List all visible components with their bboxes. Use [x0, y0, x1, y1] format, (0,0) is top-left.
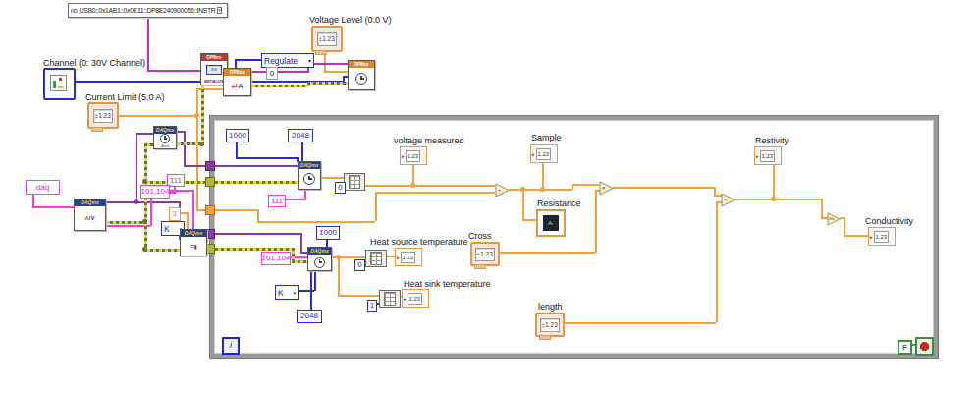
loop-condition-terminal[interactable]: [915, 337, 934, 356]
daqmx-timing-vi[interactable]: DAQmx Auto: [153, 126, 177, 149]
dp8xx-configure-vi[interactable]: DP8xx ⇄A: [223, 68, 251, 96]
channel-control-terminal[interactable]: [43, 68, 76, 100]
vi-header: DP8xx: [201, 54, 227, 61]
sample-indicator[interactable]: ▸1.23: [530, 144, 558, 163]
multiply-glyph: ×: [602, 185, 606, 191]
daqmx-read-thermo-vi[interactable]: DAQmx: [307, 247, 332, 271]
channels-101-104-inner-constant[interactable]: 101,104: [261, 252, 291, 265]
wire-junction: [520, 187, 525, 192]
resistance-label: Resistance: [537, 199, 581, 208]
tunnel-task-voltage[interactable]: [205, 161, 215, 171]
loop-iteration-terminal[interactable]: i: [222, 337, 240, 355]
index-array-node-heat-sink[interactable]: [379, 290, 401, 308]
input-arrow-icon: ▸: [870, 234, 873, 240]
vi-header: DP8xx: [224, 69, 250, 76]
false-constant[interactable]: F: [898, 340, 912, 355]
daqmx-read-voltage-vi[interactable]: DAQmx: [298, 161, 321, 190]
channels-101-104-constant[interactable]: 101,104: [140, 185, 170, 199]
wire: [773, 163, 775, 199]
terminal-nub: [315, 50, 327, 55]
channels-111-inner-constant[interactable]: 111: [268, 195, 286, 207]
wire: [215, 181, 298, 184]
zero-constant[interactable]: 0: [266, 67, 278, 80]
voltage-measured-indicator[interactable]: ▸1.23: [400, 146, 427, 165]
resistance-indicator[interactable]: A▪: [536, 209, 566, 237]
terminal-nub: [539, 335, 551, 340]
index-array-icon: [349, 175, 360, 189]
vi-header: DAQmx: [154, 127, 176, 134]
index-0-heat-source-constant[interactable]: 0: [354, 259, 365, 271]
tunnel-error-voltage[interactable]: [205, 177, 215, 187]
rate-1000-inner-constant[interactable]: 1000: [316, 226, 340, 240]
multiply-node[interactable]: ×: [599, 181, 614, 199]
current-limit-control[interactable]: ▴▾1.23: [87, 102, 119, 129]
dp8xx-output-vi[interactable]: DP8xx: [348, 60, 375, 90]
divide-node[interactable]: ÷: [495, 183, 510, 201]
visa-resource-text: USB0::0x1AB1::0x0E11::DP8E240900056::INS…: [80, 7, 216, 14]
create-channel-glyph: AIV: [75, 206, 105, 230]
wire: [175, 142, 202, 145]
conductivity-indicator[interactable]: ▸1.23: [868, 227, 896, 246]
wire: [104, 225, 150, 227]
increment-icon[interactable]: ▴▾: [542, 322, 544, 328]
wire: [496, 252, 595, 254]
vi-header: DAQmx: [299, 162, 320, 169]
rate-1000-constant[interactable]: 1000: [226, 129, 249, 142]
input-arrow-icon: ▸: [402, 153, 405, 159]
numeric-glyph: 1.23: [536, 148, 552, 160]
increment-icon[interactable]: ▴▾: [477, 252, 479, 257]
restivity-indicator[interactable]: ▸1.23: [754, 146, 782, 165]
increment-icon[interactable]: ▴▾: [95, 113, 97, 119]
regulate-enum-constant[interactable]: Regulate ▾: [261, 53, 314, 68]
dropdown-icon[interactable]: ▾: [217, 7, 222, 14]
index-array-node[interactable]: [344, 173, 365, 191]
numeric-glyph: 1.23: [401, 252, 416, 263]
labview-block-diagram: I/O USB0::0x1AB1::0x0E11::DP8E240900056:…: [0, 0, 980, 398]
wire: [104, 221, 144, 224]
k-label: K: [164, 224, 170, 234]
daq-device-constant[interactable]: daq: [26, 180, 60, 195]
cross-control[interactable]: ▴▾1.23: [470, 242, 500, 266]
index-0-constant[interactable]: 0: [335, 182, 346, 194]
wire: [184, 165, 205, 167]
restivity-label: Restivity: [755, 136, 789, 145]
samples-2048-inner-constant[interactable]: 2048: [297, 310, 322, 323]
index-array-icon: [384, 292, 396, 306]
numeric-glyph: 1.23: [98, 112, 111, 119]
thermocouple-glyph: ≈▮: [181, 237, 206, 256]
wire-junction: [142, 179, 147, 184]
chevron-down-icon[interactable]: ▾: [308, 57, 311, 64]
heat-sink-indicator[interactable]: ▸1.23: [402, 289, 429, 308]
wire: [215, 248, 293, 251]
length-control[interactable]: ▴▾1.23: [535, 313, 565, 337]
wire: [314, 269, 316, 291]
daqmx-create-channel-vi[interactable]: DAQmx AIV: [74, 199, 106, 231]
chevron-down-icon[interactable]: ▾: [293, 290, 296, 296]
io-icon: I/O: [71, 8, 78, 14]
index-1-heat-sink-constant[interactable]: 1: [367, 300, 377, 312]
vi-header: DAQmx: [308, 248, 331, 255]
wire: [522, 189, 524, 220]
visa-resource-constant[interactable]: I/O USB0::0x1AB1::0x0E11::DP8E240900056:…: [68, 3, 228, 18]
wire: [338, 256, 340, 297]
daqmx-thermocouple-vi[interactable]: DAQmx ≈▮: [180, 229, 207, 256]
heat-source-indicator[interactable]: ▸1.23: [395, 248, 422, 266]
samples-2048-constant[interactable]: 2048: [288, 129, 313, 142]
voltage-level-control[interactable]: ▴▾1.23: [311, 26, 343, 52]
divide-node-2[interactable]: ÷: [721, 193, 735, 211]
index-array-node-heat-source[interactable]: [365, 250, 387, 267]
wire: [716, 201, 718, 322]
increment-icon[interactable]: ▴▾: [319, 36, 321, 42]
wire: [192, 190, 194, 229]
wire: [201, 84, 204, 145]
vi-header: DP8xx: [349, 61, 374, 68]
one-constant[interactable]: 1: [169, 207, 181, 221]
wire: [147, 70, 200, 72]
tunnel-current[interactable]: [205, 205, 215, 215]
wire-junction: [142, 247, 147, 252]
thermocouple-type-inner-enum[interactable]: K ▾: [275, 285, 299, 300]
stop-icon: [920, 342, 929, 351]
reciprocal-node[interactable]: 1/x: [827, 212, 841, 230]
index-array-icon: [370, 252, 382, 265]
divide-glyph: ÷: [498, 187, 501, 193]
